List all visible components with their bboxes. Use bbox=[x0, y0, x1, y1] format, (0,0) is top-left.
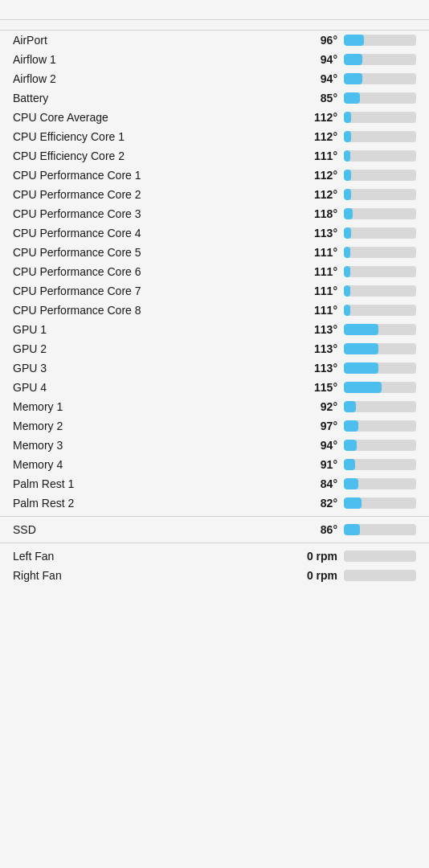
bar-fill bbox=[344, 324, 378, 335]
sensor-right: 112° bbox=[288, 111, 416, 124]
sensor-value: 85° bbox=[304, 92, 337, 104]
table-row: CPU Efficiency Core 2111° bbox=[0, 146, 429, 166]
sensor-name: CPU Core Average bbox=[13, 111, 288, 124]
sensor-value: 113° bbox=[304, 323, 337, 336]
sensor-name: Airflow 1 bbox=[13, 53, 288, 66]
sensor-name: CPU Performance Core 8 bbox=[13, 304, 288, 317]
sensor-name: Memory 3 bbox=[13, 439, 288, 452]
table-row: Memory 491° bbox=[0, 455, 429, 474]
sensor-right: 111° bbox=[288, 285, 416, 297]
sensor-right: 112° bbox=[288, 188, 416, 201]
table-row: Memory 297° bbox=[0, 416, 429, 436]
sensor-right: 94° bbox=[288, 439, 416, 452]
sensor-right: 113° bbox=[288, 342, 416, 355]
bar-fill bbox=[344, 459, 355, 470]
bar-fill bbox=[344, 35, 364, 46]
sensor-value: 82° bbox=[304, 497, 337, 510]
sensor-name: GPU 3 bbox=[13, 362, 288, 375]
sensor-right: 85° bbox=[288, 92, 416, 104]
table-row: Palm Rest 282° bbox=[0, 493, 429, 513]
bar-container bbox=[344, 54, 416, 65]
sensor-name: GPU 2 bbox=[13, 342, 288, 355]
bar-container bbox=[344, 551, 416, 562]
table-row: CPU Performance Core 3118° bbox=[0, 204, 429, 223]
table-row: CPU Performance Core 1112° bbox=[0, 166, 429, 185]
bar-container bbox=[344, 112, 416, 123]
bar-container bbox=[344, 524, 416, 535]
sensors-panel: AirPort96°Airflow 194°Airflow 294°Batter… bbox=[0, 0, 429, 585]
divider-ssd bbox=[0, 516, 429, 517]
bar-fill bbox=[344, 227, 351, 239]
sensor-value: 94° bbox=[304, 439, 337, 452]
bar-fill bbox=[344, 524, 360, 535]
bar-fill bbox=[344, 208, 353, 219]
sensor-name: Palm Rest 2 bbox=[13, 497, 288, 510]
sensor-value: 112° bbox=[304, 169, 337, 182]
divider-fans bbox=[0, 542, 429, 543]
bar-fill bbox=[344, 54, 362, 65]
sensor-right: 111° bbox=[288, 149, 416, 162]
sensor-value: 86° bbox=[304, 523, 337, 536]
sensor-name: AirPort bbox=[13, 34, 288, 47]
fans-header bbox=[0, 19, 429, 31]
sensor-value: 91° bbox=[304, 458, 337, 471]
bar-container bbox=[344, 247, 416, 258]
sensor-name: Airflow 2 bbox=[13, 72, 288, 85]
sensor-right: 91° bbox=[288, 458, 416, 471]
sensor-right: 113° bbox=[288, 227, 416, 240]
sensor-value: 112° bbox=[304, 130, 337, 143]
bar-fill bbox=[344, 343, 378, 354]
sensor-name: Memory 4 bbox=[13, 458, 288, 471]
bar-fill bbox=[344, 92, 360, 104]
sensor-right: 0 rpm bbox=[288, 569, 416, 582]
table-row: GPU 4115° bbox=[0, 378, 429, 397]
sensor-name: Memory 2 bbox=[13, 420, 288, 432]
bar-container bbox=[344, 208, 416, 219]
bar-fill bbox=[344, 247, 350, 258]
page-title bbox=[0, 0, 429, 19]
sensor-name: CPU Performance Core 2 bbox=[13, 188, 288, 201]
table-row: CPU Performance Core 8111° bbox=[0, 301, 429, 320]
bar-fill bbox=[344, 189, 351, 200]
table-row: CPU Performance Core 4113° bbox=[0, 223, 429, 243]
table-row: Memory 394° bbox=[0, 436, 429, 455]
bar-fill bbox=[344, 478, 358, 489]
bar-fill bbox=[344, 440, 357, 451]
sensor-right: 112° bbox=[288, 130, 416, 143]
sensor-name: Memory 1 bbox=[13, 400, 288, 413]
sensor-right: 96° bbox=[288, 34, 416, 47]
sensor-value: 113° bbox=[304, 227, 337, 240]
sensor-value: 0 rpm bbox=[304, 569, 337, 582]
bar-container bbox=[344, 305, 416, 316]
sensor-right: 84° bbox=[288, 477, 416, 490]
bar-container bbox=[344, 324, 416, 335]
table-row: AirPort96° bbox=[0, 31, 429, 50]
bar-container bbox=[344, 227, 416, 239]
bar-container bbox=[344, 189, 416, 200]
sensor-value: 92° bbox=[304, 400, 337, 413]
bar-container bbox=[344, 459, 416, 470]
table-row: GPU 3113° bbox=[0, 358, 429, 378]
table-row: Left Fan0 rpm bbox=[0, 547, 429, 566]
sensor-value: 112° bbox=[304, 188, 337, 201]
bar-fill bbox=[344, 420, 358, 432]
bar-fill bbox=[344, 497, 362, 509]
bar-fill bbox=[344, 305, 350, 316]
sensor-value: 111° bbox=[304, 285, 337, 297]
bar-container bbox=[344, 266, 416, 277]
table-row: GPU 1113° bbox=[0, 320, 429, 339]
sensor-name: GPU 4 bbox=[13, 381, 288, 394]
table-row: Battery85° bbox=[0, 88, 429, 108]
table-row: CPU Performance Core 6111° bbox=[0, 262, 429, 281]
sensor-right: 94° bbox=[288, 72, 416, 85]
bar-container bbox=[344, 150, 416, 162]
sensor-right: 111° bbox=[288, 304, 416, 317]
bar-fill bbox=[344, 382, 382, 393]
bar-container bbox=[344, 401, 416, 412]
bar-container bbox=[344, 362, 416, 374]
sensor-name: CPU Efficiency Core 1 bbox=[13, 130, 288, 143]
sensor-name: Left Fan bbox=[13, 550, 288, 563]
sensor-right: 111° bbox=[288, 246, 416, 259]
sensor-right: 92° bbox=[288, 400, 416, 413]
bar-container bbox=[344, 285, 416, 297]
